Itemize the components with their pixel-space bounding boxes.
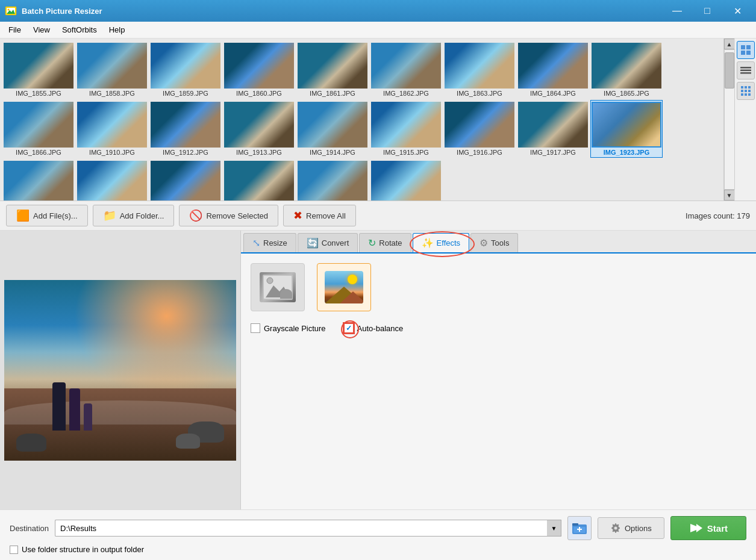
remove-selected-button[interactable]: 🚫 Remove Selected	[179, 205, 278, 226]
preview-beach-bg	[4, 280, 236, 461]
tab-resize[interactable]: ⤡ Resize	[243, 233, 296, 252]
thumbnail	[151, 102, 220, 148]
table-row[interactable]	[76, 159, 148, 201]
table-row[interactable]: IMG_1914.JPG	[296, 100, 369, 158]
image-scrollbar[interactable]: ▲ ▼	[723, 39, 734, 201]
add-files-button[interactable]: 🟧 Add File(s)...	[6, 205, 88, 226]
table-row[interactable]: IMG_1916.JPG	[443, 100, 516, 158]
remove-all-label: Remove All	[306, 211, 346, 220]
image-filename: IMG_1923.JPG	[592, 149, 661, 156]
svg-rect-11	[741, 86, 743, 89]
table-row[interactable]	[296, 159, 369, 201]
maximize-button[interactable]: □	[693, 1, 721, 20]
table-row[interactable]: IMG_1865.JPG	[590, 41, 663, 99]
grayscale-icon	[260, 272, 296, 302]
menu-softorbits[interactable]: SoftOrbits	[56, 23, 103, 37]
svg-rect-12	[745, 86, 747, 89]
table-row[interactable]: IMG_1860.JPG	[223, 41, 295, 99]
folder-structure-checkbox[interactable]	[10, 546, 18, 554]
table-row[interactable]: IMG_1864.JPG	[517, 41, 589, 99]
add-folder-button[interactable]: 📁 Add Folder...	[93, 205, 175, 226]
table-row[interactable]: IMG_1915.JPG	[370, 100, 442, 158]
table-row[interactable]: IMG_1910.JPG	[76, 100, 148, 158]
thumbnail	[592, 43, 661, 89]
thumbnail-view-button[interactable]	[737, 41, 755, 59]
browse-destination-button[interactable]	[567, 516, 592, 540]
thumbnail	[298, 102, 367, 148]
autobalance-checkbox[interactable]	[344, 323, 354, 333]
table-row[interactable]: IMG_1913.JPG	[223, 100, 295, 158]
minimize-button[interactable]: —	[663, 1, 691, 20]
svg-rect-10	[740, 72, 751, 74]
image-filename: IMG_1912.JPG	[151, 149, 220, 156]
remove-all-button[interactable]: ✖ Remove All	[283, 205, 356, 226]
image-filename: IMG_1859.JPG	[151, 90, 220, 97]
grayscale-checkbox[interactable]	[251, 323, 260, 333]
table-row[interactable]: IMG_1863.JPG	[443, 41, 516, 99]
thumbnail	[592, 102, 661, 148]
menu-help[interactable]: Help	[103, 23, 131, 37]
tools-icon: ⚙	[480, 237, 488, 249]
table-row[interactable]: IMG_1862.JPG	[370, 41, 442, 99]
effects-icons-row	[251, 263, 746, 311]
menu-file[interactable]: File	[2, 23, 27, 37]
table-row[interactable]: IMG_1855.JPG	[2, 41, 75, 99]
tab-tools-label: Tools	[491, 238, 509, 247]
grayscale-effect-box[interactable]	[251, 263, 305, 311]
toolbar-row: 🟧 Add File(s)... 📁 Add Folder... 🚫 Remov…	[0, 201, 756, 231]
table-row[interactable]: IMG_1858.JPG	[76, 41, 148, 99]
svg-rect-8	[740, 67, 751, 69]
tab-convert[interactable]: 🔄 Convert	[298, 233, 358, 252]
grayscale-checkbox-item[interactable]: Grayscale Picture	[251, 323, 326, 333]
menu-bar: File View SoftOrbits Help	[0, 22, 756, 39]
close-button[interactable]: ✕	[723, 1, 751, 20]
table-row[interactable]	[223, 159, 295, 201]
tab-tools[interactable]: ⚙ Tools	[470, 233, 518, 252]
thumbnail	[77, 43, 147, 89]
scroll-track[interactable]	[724, 49, 735, 190]
thumbnail	[298, 161, 367, 201]
content-area: ⤡ Resize 🔄 Convert ↻ Rotate ✨ Effects ⚙	[0, 231, 756, 509]
view-sidebar	[734, 39, 756, 201]
start-arrow-icon	[689, 523, 702, 534]
table-row[interactable]	[370, 159, 442, 201]
list-view-icon	[740, 66, 751, 75]
thumbnail	[518, 43, 588, 89]
options-label: Options	[625, 524, 652, 533]
options-button[interactable]: Options	[598, 517, 664, 539]
list-view-button[interactable]	[737, 61, 755, 79]
svg-point-23	[267, 278, 273, 284]
table-row[interactable]: IMG_1866.JPG	[2, 100, 75, 158]
detail-view-button[interactable]	[737, 82, 755, 100]
thumbnail	[371, 43, 441, 89]
svg-marker-32	[696, 524, 702, 532]
scroll-up-button[interactable]: ▲	[724, 39, 735, 49]
right-panel: ⤡ Resize 🔄 Convert ↻ Rotate ✨ Effects ⚙	[241, 231, 756, 509]
svg-rect-15	[745, 90, 747, 92]
rotate-icon: ↻	[368, 237, 376, 249]
thumbnail	[518, 102, 588, 148]
table-row[interactable]: IMG_1923.JPG	[590, 100, 663, 158]
table-row[interactable]	[149, 159, 222, 201]
scroll-down-button[interactable]: ▼	[724, 190, 735, 201]
start-button[interactable]: Start	[670, 516, 746, 540]
table-row[interactable]: IMG_1912.JPG	[149, 100, 222, 158]
image-grid: IMG_1855.JPG IMG_1858.JPG IMG_1859.JPG I…	[0, 39, 723, 201]
table-row[interactable]: IMG_1859.JPG	[149, 41, 222, 99]
grayscale-label: Grayscale Picture	[264, 324, 326, 333]
menu-view[interactable]: View	[27, 23, 56, 37]
thumbnail	[151, 161, 220, 201]
main-container: IMG_1855.JPG IMG_1858.JPG IMG_1859.JPG I…	[0, 39, 756, 560]
table-row[interactable]	[2, 159, 75, 201]
scroll-thumb[interactable]	[725, 52, 734, 89]
table-row[interactable]: IMG_1861.JPG	[296, 41, 369, 99]
thumbnail	[298, 43, 367, 89]
tab-effects[interactable]: ✨ Effects	[413, 233, 470, 252]
image-filename: IMG_1910.JPG	[77, 149, 147, 156]
tab-rotate[interactable]: ↻ Rotate	[359, 233, 411, 252]
destination-dropdown-button[interactable]: ▼	[547, 520, 561, 537]
table-row[interactable]: IMG_1917.JPG	[517, 100, 589, 158]
autobalance-checkbox-item[interactable]: Auto-balance	[344, 323, 404, 333]
destination-input[interactable]	[55, 520, 547, 537]
color-effect-box[interactable]	[317, 263, 371, 311]
